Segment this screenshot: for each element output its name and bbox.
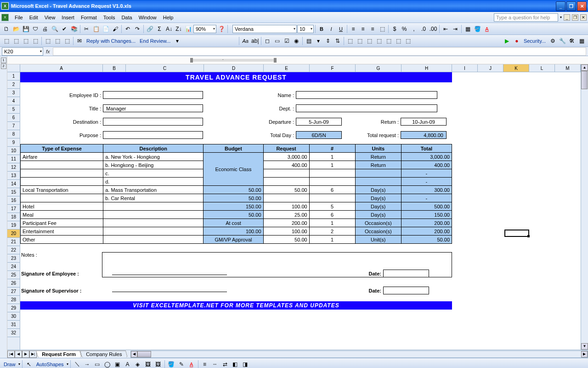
minimize-button[interactable]: _ <box>556 1 565 11</box>
autoshapes-menu[interactable]: AutoShapes <box>34 362 66 367</box>
cut-icon[interactable]: ✂ <box>82 24 91 34</box>
row-header-22[interactable]: 22 <box>7 246 20 254</box>
diagram-icon[interactable]: ◈ <box>133 360 142 368</box>
format-painter-icon[interactable]: 🖌 <box>111 24 120 34</box>
row-header-21[interactable]: 21 <box>7 238 20 246</box>
field-date2[interactable] <box>383 287 429 294</box>
bold-icon[interactable]: B <box>317 24 326 34</box>
arrow-icon[interactable]: → <box>83 360 92 368</box>
form-option-icon[interactable]: ◉ <box>292 36 301 46</box>
align-left-icon[interactable]: ≡ <box>349 24 358 34</box>
active-cell[interactable] <box>504 230 529 237</box>
col-header-B[interactable]: B <box>103 64 126 72</box>
macro-rec-icon[interactable]: ● <box>512 36 521 46</box>
form-list-icon[interactable]: ▤ <box>304 36 313 46</box>
row-header-8[interactable]: 8 <box>7 130 20 138</box>
percent-icon[interactable]: % <box>400 24 409 34</box>
inc-indent-icon[interactable]: ⇥ <box>451 24 460 34</box>
dec-decimal-icon[interactable]: .00 <box>429 24 438 34</box>
field-name[interactable] <box>296 91 437 99</box>
arrowstyle-icon[interactable]: ⇄ <box>220 360 230 368</box>
row-header-1[interactable]: 1 <box>7 72 20 80</box>
col-header-M[interactable]: M <box>555 64 581 72</box>
textbox-icon[interactable]: ▣ <box>113 360 122 368</box>
row-header-27[interactable]: 27 <box>7 288 20 296</box>
row-headers[interactable]: 1234567891011121314151617181920212223242… <box>7 64 20 350</box>
ask-question-input[interactable] <box>494 13 558 22</box>
autosum-icon[interactable]: Σ <box>155 24 164 34</box>
underline-icon[interactable]: U <box>336 24 345 34</box>
row-header-4[interactable]: 4 <box>7 97 20 105</box>
row-header-28[interactable]: 28 <box>7 296 20 304</box>
mdi-minimize[interactable]: _ <box>564 14 570 21</box>
row-header-25[interactable]: 25 <box>7 271 20 279</box>
font-size-combo[interactable]: 10 <box>297 25 314 33</box>
mdi-restore[interactable]: ❐ <box>572 14 578 21</box>
field-employee-id[interactable] <box>103 91 203 99</box>
col-header-J[interactable]: J <box>478 64 503 72</box>
shadow-icon[interactable]: ◧ <box>231 360 240 368</box>
tab-first-icon[interactable]: |◀ <box>7 351 15 358</box>
menu-edit[interactable]: Edit <box>26 13 41 22</box>
rev2-icon[interactable]: ⬚ <box>11 36 21 46</box>
col-header-E[interactable]: E <box>264 64 310 72</box>
field-departure[interactable]: 5-Jun-09 <box>296 118 342 126</box>
row-header-20[interactable]: 20 <box>7 230 20 238</box>
tab-request-form[interactable]: Request Form <box>36 351 82 357</box>
form-label-icon[interactable]: Aa <box>241 36 250 46</box>
rev7-icon[interactable]: ⬚ <box>62 36 72 46</box>
form-spin-icon[interactable]: ⇅ <box>333 36 342 46</box>
row-header-17[interactable]: 17 <box>7 205 20 213</box>
menu-help[interactable]: Help <box>160 13 177 22</box>
col-header-L[interactable]: L <box>529 64 555 72</box>
vbe3-icon[interactable]: 🛠 <box>567 36 577 46</box>
vbe2-icon[interactable]: 🔧 <box>558 36 567 46</box>
row-header-24[interactable]: 24 <box>7 263 20 271</box>
row-header-5[interactable]: 5 <box>7 105 20 114</box>
undo-icon[interactable]: ↶ <box>123 24 132 34</box>
permission-icon[interactable]: 🛡 <box>31 24 40 34</box>
new-icon[interactable]: 🗋 <box>2 24 11 34</box>
form-group-icon[interactable]: ◻ <box>263 36 272 46</box>
tab-next-icon[interactable]: ▶ <box>22 351 29 358</box>
field-destination[interactable] <box>103 118 203 126</box>
currency-icon[interactable]: $ <box>390 24 399 34</box>
row-header-7[interactable]: 7 <box>7 122 20 130</box>
table-row[interactable]: Hotel150.00100.005Day(s)500.00 <box>21 202 452 211</box>
table-row[interactable]: Entertainment100.00100.002Occasion(s)200… <box>21 227 452 236</box>
maximize-button[interactable]: ❐ <box>566 1 576 11</box>
picture-icon[interactable]: 🖼 <box>153 360 163 368</box>
end-review[interactable]: End Review... <box>138 38 172 44</box>
form-combo-icon[interactable]: ▾ <box>314 36 323 46</box>
row-header-13[interactable]: 13 <box>7 172 20 180</box>
open-icon[interactable]: 📂 <box>11 24 21 34</box>
table-row[interactable]: OtherGM/VP Approval50.001Unit(s)50.00 <box>21 236 452 244</box>
rev8-icon[interactable]: ✉ <box>75 36 84 46</box>
col-header-A[interactable]: A <box>20 64 103 72</box>
oval-icon[interactable]: ◯ <box>103 360 112 368</box>
menu-format[interactable]: Format <box>78 13 100 22</box>
form-more7-icon[interactable]: ⬚ <box>403 36 413 46</box>
research-icon[interactable]: 📚 <box>69 24 79 34</box>
vbe-icon[interactable]: ⚙ <box>548 36 557 46</box>
row-header-19[interactable]: 19 <box>7 221 20 230</box>
paste-icon[interactable]: 📄 <box>101 24 110 34</box>
mdi-close[interactable]: ✕ <box>580 14 587 21</box>
tab-company-rules[interactable]: Company Rules <box>80 351 128 357</box>
col-header-H[interactable]: H <box>401 64 452 72</box>
row-header-29[interactable]: 29 <box>7 304 20 312</box>
app-icon[interactable]: X <box>1 14 9 21</box>
name-box[interactable]: K20 <box>2 47 43 56</box>
rev-drop-icon[interactable]: ▾ <box>173 36 182 46</box>
table-row[interactable]: b. Car Rental50.00Day(s)- <box>21 194 452 202</box>
menu-tools[interactable]: Tools <box>100 13 119 22</box>
row-header-14[interactable]: 14 <box>7 180 20 188</box>
tab-prev-icon[interactable]: ◀ <box>15 351 22 358</box>
rev6-icon[interactable]: ⬚ <box>53 36 62 46</box>
align-center-icon[interactable]: ≡ <box>358 24 368 34</box>
line-icon[interactable]: ＼ <box>73 360 82 368</box>
fill-color-icon[interactable]: 🪣 <box>473 24 482 34</box>
fill-icon[interactable]: 🪣 <box>167 360 176 368</box>
fx-icon[interactable]: fx <box>46 49 50 54</box>
sort-asc-icon[interactable]: A↓ <box>164 24 174 34</box>
